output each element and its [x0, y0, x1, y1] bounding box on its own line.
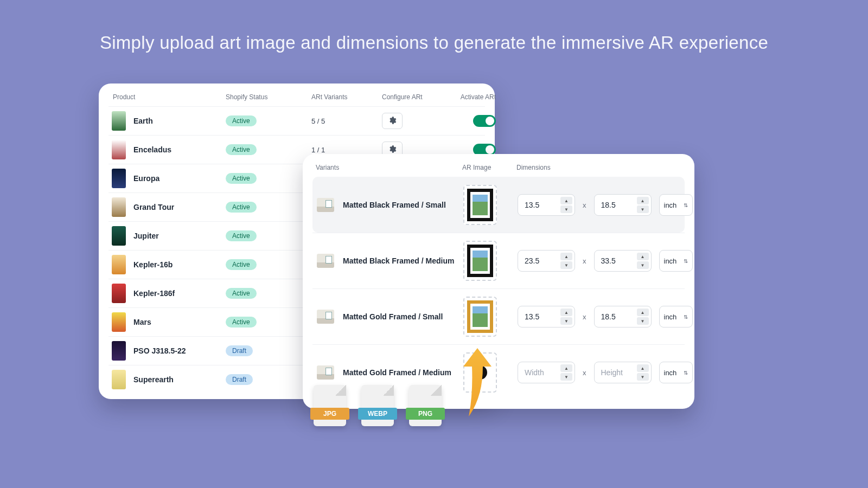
- room-preview-icon: [317, 310, 334, 324]
- file-type-badges: JPG WEBP PNG: [314, 385, 442, 426]
- dimension-separator: x: [583, 313, 586, 321]
- variant-name: Matted Gold Framed / Small: [343, 312, 443, 321]
- table-row[interactable]: EarthActive5 / 5: [108, 106, 485, 135]
- stepper-up[interactable]: ▲: [637, 309, 649, 316]
- product-name: Grand Tour: [133, 203, 174, 211]
- product-thumb: [112, 284, 126, 303]
- stepper-up[interactable]: ▲: [560, 253, 572, 260]
- file-badge-png: PNG: [409, 385, 442, 426]
- stepper-down[interactable]: ▼: [560, 317, 572, 325]
- stepper-up[interactable]: ▲: [637, 197, 649, 204]
- stepper-down[interactable]: ▼: [637, 373, 649, 381]
- variant-name: Matted Black Framed / Small: [343, 201, 446, 209]
- stepper-down[interactable]: ▼: [560, 373, 572, 381]
- frame-preview: [467, 189, 493, 221]
- width-input[interactable]: [525, 312, 556, 321]
- variants-count: 1 / 1: [311, 146, 382, 154]
- status-badge: Active: [226, 202, 257, 213]
- width-stepper: ▲▼: [560, 364, 572, 381]
- width-stepper: ▲▼: [560, 309, 572, 325]
- unit-select[interactable]: inch⇅: [659, 306, 693, 328]
- page-headline: Simply upload art image and dimensions t…: [0, 33, 868, 53]
- file-label: JPG: [310, 408, 349, 420]
- width-input[interactable]: [525, 368, 556, 377]
- ar-image-upload[interactable]: [463, 297, 497, 337]
- file-label: WEBP: [358, 408, 397, 420]
- height-stepper: ▲▼: [637, 253, 649, 269]
- status-badge: Active: [226, 144, 257, 155]
- product-thumb: [112, 370, 126, 389]
- room-preview-icon: [317, 365, 334, 380]
- header-product: Product: [112, 93, 226, 101]
- height-input-wrap: ▲▼: [594, 194, 652, 216]
- ar-image-upload[interactable]: [463, 241, 497, 281]
- variants-table-header: Variants AR Image Dimensions: [312, 162, 685, 177]
- stepper-down[interactable]: ▼: [637, 317, 649, 325]
- stepper-down[interactable]: ▼: [637, 206, 649, 213]
- variant-row[interactable]: Matted Black Framed / Small▲▼x▲▼inch⇅: [312, 177, 685, 233]
- status-badge: Active: [226, 173, 257, 184]
- stepper-down[interactable]: ▼: [560, 206, 572, 213]
- height-input-wrap: ▲▼: [594, 306, 652, 328]
- product-name: Jupiter: [133, 232, 159, 240]
- stepper-down[interactable]: ▼: [637, 261, 649, 269]
- width-input-wrap: ▲▼: [518, 194, 575, 216]
- chevron-updown-icon: ⇅: [684, 370, 688, 376]
- height-stepper: ▲▼: [637, 364, 649, 381]
- chevron-updown-icon: ⇅: [684, 202, 688, 208]
- file-label: PNG: [406, 408, 445, 420]
- stepper-up[interactable]: ▲: [560, 197, 572, 204]
- chevron-updown-icon: ⇅: [684, 258, 688, 264]
- file-badge-jpg: JPG: [314, 385, 346, 426]
- header-configure: Configure ARt: [382, 93, 447, 101]
- gear-icon: [388, 145, 397, 155]
- variant-name: Matted Black Framed / Medium: [343, 256, 454, 265]
- stepper-down[interactable]: ▼: [560, 261, 572, 269]
- stepper-up[interactable]: ▲: [637, 253, 649, 260]
- unit-select[interactable]: inch⇅: [659, 194, 693, 216]
- activate-toggle[interactable]: [473, 115, 496, 127]
- status-badge: Draft: [226, 374, 253, 385]
- product-thumb: [112, 226, 126, 246]
- products-table-header: Product Shopify Status ARt Variants Conf…: [108, 90, 485, 106]
- width-input[interactable]: [525, 201, 556, 209]
- unit-select[interactable]: inch⇅: [659, 250, 693, 272]
- width-stepper: ▲▼: [560, 197, 572, 213]
- product-thumb: [112, 255, 126, 274]
- height-input[interactable]: [601, 312, 633, 321]
- product-name: PSO J318.5-22: [133, 346, 186, 355]
- stepper-up[interactable]: ▲: [637, 364, 649, 372]
- width-input[interactable]: [525, 256, 556, 265]
- chevron-updown-icon: ⇅: [684, 314, 688, 320]
- height-stepper: ▲▼: [637, 309, 649, 325]
- product-thumb: [112, 111, 126, 131]
- stepper-up[interactable]: ▲: [560, 309, 572, 316]
- header-dimensions-col: Dimensions: [516, 164, 681, 171]
- width-input-wrap: ▲▼: [518, 250, 575, 272]
- ar-image-upload[interactable]: [463, 185, 497, 225]
- height-input-wrap: ▲▼: [594, 250, 652, 272]
- upload-arrow-icon: [456, 344, 499, 425]
- variant-name: Matted Gold Framed / Medium: [343, 368, 451, 377]
- product-thumb: [112, 169, 126, 188]
- header-arimage-col: AR Image: [462, 164, 516, 171]
- unit-select[interactable]: inch⇅: [659, 362, 693, 383]
- room-preview-icon: [317, 198, 334, 212]
- header-activate: Activate ARt: [447, 93, 496, 101]
- height-input[interactable]: [601, 201, 633, 209]
- status-badge: Active: [226, 115, 257, 126]
- stepper-up[interactable]: ▲: [560, 364, 572, 372]
- height-input[interactable]: [601, 256, 633, 265]
- header-variants-col: Variants: [316, 164, 462, 171]
- height-stepper: ▲▼: [637, 197, 649, 213]
- product-thumb: [112, 197, 126, 217]
- status-badge: Active: [226, 317, 257, 328]
- variant-row[interactable]: Matted Gold Framed / Small▲▼x▲▼inch⇅: [312, 288, 685, 344]
- status-badge: Active: [226, 259, 257, 270]
- variant-row[interactable]: Matted Black Framed / Medium▲▼x▲▼inch⇅: [312, 233, 685, 288]
- product-name: Europa: [133, 174, 159, 183]
- dimension-separator: x: [583, 257, 586, 265]
- product-name: Mars: [133, 318, 151, 326]
- height-input[interactable]: [601, 368, 633, 377]
- configure-button[interactable]: [382, 113, 403, 129]
